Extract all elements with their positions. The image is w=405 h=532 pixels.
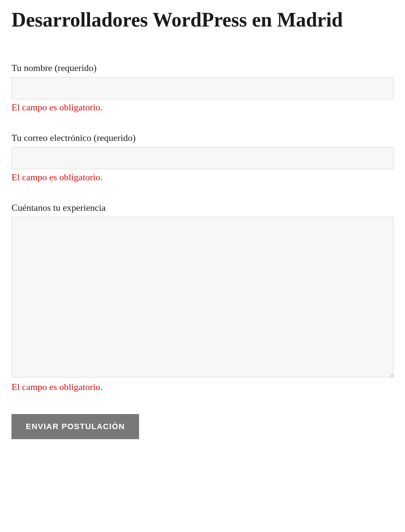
submit-button[interactable]: ENVIAR POSTULACIÓN xyxy=(11,414,139,439)
name-input[interactable] xyxy=(11,77,394,99)
email-group: Tu correo electrónico (requerido) El cam… xyxy=(11,133,394,183)
email-input[interactable] xyxy=(11,147,394,169)
experience-group: Cuéntanos tu experiencia El campo es obl… xyxy=(11,203,394,393)
name-group: Tu nombre (requerido) El campo es obliga… xyxy=(11,63,394,113)
page-title: Desarrolladores WordPress en Madrid xyxy=(11,7,394,32)
experience-error: El campo es obligatorio. xyxy=(11,382,394,393)
application-form: Tu nombre (requerido) El campo es obliga… xyxy=(11,63,394,439)
email-error: El campo es obligatorio. xyxy=(11,172,394,183)
name-error: El campo es obligatorio. xyxy=(11,102,394,113)
name-label: Tu nombre (requerido) xyxy=(11,63,394,73)
email-label: Tu correo electrónico (requerido) xyxy=(11,133,394,143)
experience-textarea[interactable] xyxy=(11,217,394,377)
experience-label: Cuéntanos tu experiencia xyxy=(11,203,394,213)
